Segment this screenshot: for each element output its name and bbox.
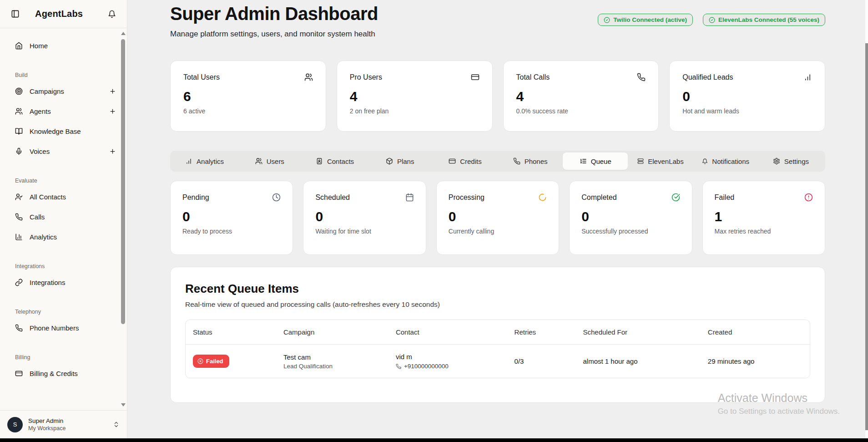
sidebar-section-integrations: Integrations [6,263,122,269]
twilio-status-badge: Twilio Connected (active) [598,14,693,26]
stat-value: 4 [350,89,479,104]
sidebar-scrollbar[interactable] [121,30,126,408]
sidebar-item-label: All Contacts [30,193,66,201]
tab-phones[interactable]: Phones [498,152,563,170]
bar-chart-icon [15,233,23,241]
queue-card-scheduled: Scheduled 0 Waiting for time slot [303,181,426,255]
sidebar-item-agents[interactable]: Agents [6,101,122,121]
stat-card-total-users: Total Users 6 6 active [170,61,326,132]
plus-icon[interactable] [109,108,116,115]
elevenlabs-status-badge: ElevenLabs Connected (55 voices) [703,14,825,26]
contact-phone: +910000000000 [404,363,449,370]
phone-icon [637,73,646,81]
tab-notifications[interactable]: Notifications [693,152,758,170]
users-icon [304,73,313,81]
credit-card-icon [471,73,479,81]
sidebar-nav: Home Build Campaigns Agents Knowledge Ba… [0,28,127,383]
stat-value: 6 [183,89,313,104]
check-circle-icon [604,17,610,23]
page-scrollbar[interactable] [865,0,868,438]
check-circle-icon [671,193,680,202]
sidebar-item-voices[interactable]: Voices [6,141,122,161]
sidebar-item-label: Calls [30,213,45,221]
sidebar-section-telephony: Telephony [6,309,122,315]
sidebar-item-label: Phone Numbers [30,324,79,332]
tab-contacts[interactable]: Contacts [302,152,367,170]
stat-card-pro-users: Pro Users 4 2 on free plan [337,61,493,132]
tab-bar: Analytics Users Contacts Plans Credits [170,151,825,172]
stat-value: 4 [516,89,646,104]
tab-analytics[interactable]: Analytics [172,152,237,170]
status-badge-failed: Failed [193,355,229,368]
credit-card-icon [449,157,456,165]
sidebar-header: AgentLabs [0,0,127,28]
bell-icon[interactable] [108,10,116,18]
page-title: Super Admin Dashboard [170,4,378,24]
sidebar-section-billing: Billing [6,354,122,361]
tab-settings[interactable]: Settings [758,152,823,170]
sidebar-item-label: Analytics [30,233,57,241]
plus-icon[interactable] [109,148,116,155]
sidebar-item-billing-credits[interactable]: Billing & Credits [6,363,122,383]
home-icon [15,42,23,50]
sidebar-item-calls[interactable]: Calls [6,207,122,227]
tab-queue[interactable]: Queue [563,152,628,170]
stat-card-total-calls: Total Calls 4 0.0% success rate [503,61,659,132]
sidebar-item-knowledge-base[interactable]: Knowledge Base [6,121,122,141]
queue-value: 0 [315,209,414,224]
col-created: Created [701,320,810,345]
stats-row: Total Users 6 6 active Pro Users 4 2 on … [170,61,825,132]
sidebar-item-label: Billing & Credits [30,370,78,377]
page-subtitle: Manage platform settings, users, and mon… [170,30,378,39]
queue-table: Status Campaign Contact Retries Schedule… [185,320,810,378]
queue-value: 0 [581,209,680,224]
panel-toggle-icon[interactable] [11,10,20,18]
queue-stats-row: Pending 0 Ready to process Scheduled 0 W… [170,181,825,255]
tab-plans[interactable]: Plans [368,152,433,170]
plus-icon[interactable] [109,88,116,95]
status-badges: Twilio Connected (active) ElevenLabs Con… [598,14,825,26]
sidebar-item-analytics[interactable]: Analytics [6,227,122,247]
scroll-down-arrow[interactable] [121,403,126,406]
retries-value: 0/3 [515,357,524,365]
recent-queue-items-card: Recent Queue Items Real-time view of que… [170,267,825,403]
queue-sub: Successfully processed [581,228,680,235]
app-window: AgentLabs Home Build Campaigns Agents [0,0,868,442]
table-row[interactable]: Failed Test cam Lead Qualification vid m [186,345,810,378]
clock-icon [272,193,281,202]
tab-credits[interactable]: Credits [433,152,498,170]
users-icon [255,157,262,165]
credit-card-icon [15,370,23,377]
mic-icon [15,147,23,155]
sidebar-item-campaigns[interactable]: Campaigns [6,81,122,101]
sidebar-item-label: Campaigns [30,87,64,95]
brand-title: AgentLabs [35,9,83,19]
sidebar-item-home[interactable]: Home [6,36,122,56]
campaign-name: Test cam [283,353,381,361]
sidebar-item-integrations[interactable]: Integrations [6,272,122,292]
stat-sub: 6 active [183,107,313,115]
avatar: S [7,417,23,432]
scroll-up-arrow[interactable] [121,32,126,35]
scrollbar-thumb[interactable] [121,39,125,324]
col-campaign: Campaign [276,320,389,345]
queue-sub: Waiting for time slot [315,228,414,235]
sidebar-item-all-contacts[interactable]: All Contacts [6,187,122,207]
col-status: Status [186,320,276,345]
contact-name: vid m [396,353,500,361]
phone-icon [15,213,23,221]
queue-value: 0 [182,209,281,224]
workspace-switcher[interactable]: S Super Admin My Workspace [0,410,127,438]
sidebar-item-phone-numbers[interactable]: Phone Numbers [6,318,122,338]
stat-sub: 2 on free plan [350,107,479,115]
check-circle-icon [709,17,715,23]
link-icon [15,279,23,286]
stat-value: 0 [682,89,812,104]
tab-elevenlabs[interactable]: ElevenLabs [628,152,693,170]
tab-users[interactable]: Users [237,152,302,170]
sidebar-item-label: Voices [30,147,50,155]
scrollbar-thumb[interactable] [865,43,868,430]
queue-sub: Currently calling [449,228,547,235]
sidebar-item-label: Agents [30,107,51,115]
alert-circle-icon [804,193,813,202]
